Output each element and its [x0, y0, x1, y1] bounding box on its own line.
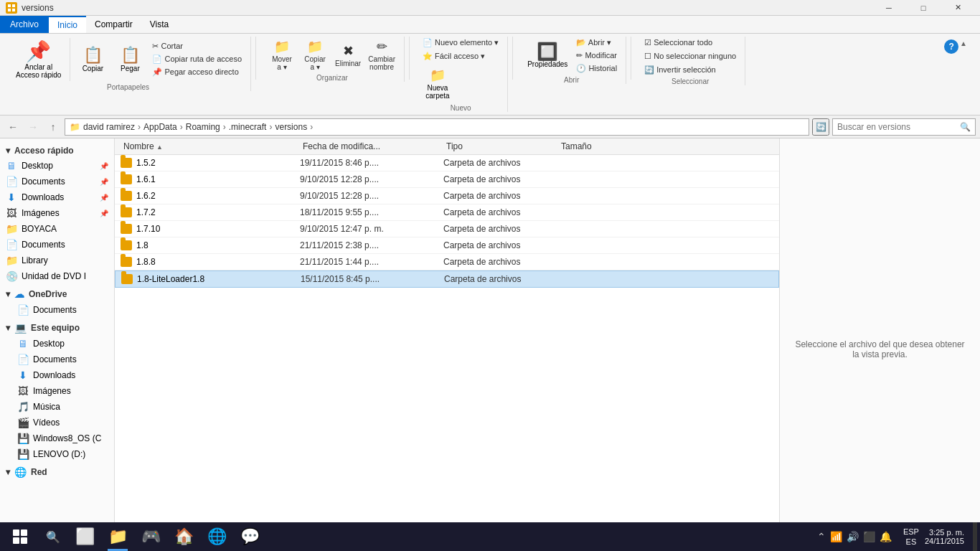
taskbar-clock[interactable]: 3:25 p. m. 24/11/2015: [925, 528, 964, 545]
col-name-header[interactable]: Nombre ▲: [121, 141, 300, 151]
back-button[interactable]: ←: [4, 118, 22, 136]
facil-acceso-button[interactable]: ⭐ Fácil acceso ▾: [420, 50, 501, 62]
cambiar-nombre-button[interactable]: ✏ Cambiarnombre: [365, 37, 398, 72]
taskbar-explorer[interactable]: 📁: [102, 522, 133, 551]
help-button[interactable]: ?: [944, 39, 958, 54]
start-button[interactable]: [3, 522, 37, 551]
propiedades-button[interactable]: 🔲 Propiedades: [523, 40, 572, 71]
sidebar-item-desktop-quick[interactable]: 🖥 Desktop 📌: [0, 158, 114, 174]
portapapeles-items: 📌 Anclar alAcceso rápido 📋 Copiar 📋 Pega…: [11, 37, 245, 82]
sidebar-item-dvd[interactable]: 💿 Unidad de DVD I: [0, 268, 114, 284]
seleccionar-todo-button[interactable]: ☑ Seleccionar todo: [641, 37, 739, 49]
sidebar-item-boyaca[interactable]: 📁 BOYACA: [0, 221, 114, 237]
window-controls[interactable]: ─ □ ✕: [872, 0, 974, 16]
taskbar: 🔍 ⬜ 📁 🎮 🏠 🌐 💬 ⌃ 📶 🔊 ⬛ 🔔 ESPES 3:25 p. m.…: [0, 522, 980, 551]
tab-vista[interactable]: Vista: [141, 16, 177, 33]
col-size-header[interactable]: Tamaño: [558, 141, 630, 151]
forward-button[interactable]: →: [24, 118, 42, 136]
sidebar-item-images-quick[interactable]: 🖼 Imágenes 📌: [0, 205, 114, 221]
taskbar-search-button[interactable]: 🔍: [39, 522, 67, 551]
network-tray-icon[interactable]: 📶: [830, 531, 842, 542]
tab-archivo[interactable]: Archivo: [0, 16, 49, 33]
pegar-button[interactable]: 📋 Pegar: [112, 43, 148, 75]
onedrive-header[interactable]: ▾ ☁ OneDrive: [0, 284, 114, 302]
sidebar-item-windows-drive[interactable]: 💾 Windows8_OS (C: [0, 430, 114, 446]
nueva-carpeta-button[interactable]: 📁 Nuevacarpeta: [420, 64, 456, 103]
path-versions[interactable]: versions: [275, 122, 307, 132]
table-row[interactable]: 1.6.1 9/10/2015 12:28 p.... Carpeta de a…: [115, 171, 779, 188]
col-type-header[interactable]: Tipo: [443, 141, 558, 151]
copiar-ruta-button[interactable]: 📄 Copiar ruta de acceso: [149, 53, 245, 65]
volume-icon[interactable]: 🔊: [847, 531, 859, 542]
table-row[interactable]: 1.5.2 19/11/2015 8:46 p.... Carpeta de a…: [115, 155, 779, 171]
address-path[interactable]: 📁 david ramirez › AppData › Roaming › .m…: [65, 118, 809, 136]
boyaca-icon: 📁: [6, 223, 17, 235]
sidebar-item-desktop-equipo[interactable]: 🖥 Desktop: [0, 336, 114, 352]
downloads-icon-quick: ⬇: [6, 192, 17, 203]
show-desktop-button[interactable]: [973, 522, 977, 551]
sidebar-item-docs2[interactable]: 📄 Documents: [0, 237, 114, 253]
table-row[interactable]: 1.8 21/11/2015 2:38 p.... Carpeta de arc…: [115, 237, 779, 254]
taskbar-xbox[interactable]: 🎮: [135, 522, 166, 551]
ribbon-collapse-button[interactable]: ▲: [958, 39, 969, 47]
maximize-button[interactable]: □: [907, 0, 940, 16]
language-indicator[interactable]: ESPES: [903, 527, 919, 547]
table-row[interactable]: 1.8-LiteLoader1.8 15/11/2015 8:45 p.... …: [115, 270, 779, 288]
taskbar-home[interactable]: 🏠: [168, 522, 199, 551]
este-equipo-header[interactable]: ▾ 💻 Este equipo: [0, 318, 114, 336]
quick-access-header[interactable]: ▾ Acceso rápido: [0, 141, 114, 158]
computer-icon: 💻: [14, 322, 27, 334]
invertir-button[interactable]: 🔄 Invertir selección: [641, 64, 739, 76]
cortar-button[interactable]: ✂ Cortar: [149, 40, 245, 52]
sidebar-item-docs-quick[interactable]: 📄 Documents 📌: [0, 174, 114, 189]
historial-button[interactable]: 🕐 Historial: [573, 62, 620, 75]
taskbar-task-view[interactable]: ⬜: [69, 522, 100, 551]
refresh-button[interactable]: 🔄: [812, 118, 829, 136]
red-header[interactable]: ▾ 🌐 Red: [0, 462, 114, 480]
no-seleccionar-button[interactable]: ☐ No seleccionar ninguno: [641, 50, 739, 62]
minimize-button[interactable]: ─: [872, 0, 905, 16]
onedrive-docs-label: Documents: [33, 305, 77, 315]
sidebar-item-library[interactable]: 📁 Library: [0, 253, 114, 268]
search-box[interactable]: 🔍: [832, 118, 976, 136]
sidebar-item-onedrive-docs[interactable]: 📄 Documents: [0, 302, 114, 318]
eliminar-button[interactable]: ✖ Eliminar: [332, 41, 364, 69]
copiar-button[interactable]: 📋 Copiar: [75, 43, 110, 75]
file-date-cell: 21/11/2015 2:38 p....: [300, 240, 443, 250]
path-minecraft[interactable]: .minecraft: [229, 122, 267, 132]
path-roaming[interactable]: Roaming: [186, 122, 220, 132]
table-row[interactable]: 1.7.10 9/10/2015 12:47 p. m. Carpeta de …: [115, 221, 779, 237]
col-date-header[interactable]: Fecha de modifica...: [300, 141, 443, 151]
taskbar-chrome[interactable]: 🌐: [201, 522, 232, 551]
sidebar-item-docs-equipo[interactable]: 📄 Documents: [0, 352, 114, 367]
sidebar-item-downloads-equipo[interactable]: ⬇ Downloads: [0, 367, 114, 383]
abrir-button[interactable]: 📂 Abrir ▾: [573, 37, 620, 49]
pin-downloads: 📌: [100, 194, 108, 202]
sidebar-item-images-equipo[interactable]: 🖼 Imágenes: [0, 383, 114, 399]
chevron-up-icon[interactable]: ⌃: [817, 531, 826, 542]
sidebar-item-music-equipo[interactable]: 🎵 Música: [0, 399, 114, 415]
sidebar-item-downloads-quick[interactable]: ⬇ Downloads 📌: [0, 189, 114, 205]
copiar-a-button[interactable]: 📁 Copiara ▾: [299, 37, 331, 72]
mover-button[interactable]: 📁 Movera ▾: [266, 37, 298, 72]
path-user[interactable]: david ramirez: [83, 122, 135, 132]
search-icon: 🔍: [960, 122, 971, 132]
up-button[interactable]: ↑: [44, 118, 62, 136]
tab-compartir[interactable]: Compartir: [86, 16, 141, 33]
sidebar-item-videos-equipo[interactable]: 🎬 Vídeos: [0, 415, 114, 430]
pegar-acceso-button[interactable]: 📌 Pegar acceso directo: [149, 66, 245, 78]
notification-icon[interactable]: 🔔: [880, 531, 892, 542]
sidebar-item-lenovo-drive[interactable]: 💾 LENOVO (D:): [0, 446, 114, 462]
tab-inicio[interactable]: Inicio: [49, 16, 86, 33]
table-row[interactable]: 1.6.2 9/10/2015 12:28 p.... Carpeta de a…: [115, 188, 779, 204]
taskbar-skype[interactable]: 💬: [234, 522, 265, 551]
path-appdata[interactable]: AppData: [143, 122, 177, 132]
close-button[interactable]: ✕: [941, 0, 974, 16]
nuevo-elemento-button[interactable]: 📄 Nuevo elemento ▾: [420, 37, 501, 49]
table-row[interactable]: 1.7.2 18/11/2015 9:55 p.... Carpeta de a…: [115, 204, 779, 221]
anclar-button[interactable]: 📌 Anclar alAcceso rápido: [11, 37, 65, 82]
onedrive-arrow: ▾: [6, 289, 10, 299]
modificar-button[interactable]: ✏ Modificar: [573, 50, 620, 62]
table-row[interactable]: 1.8.8 21/11/2015 1:44 p.... Carpeta de a…: [115, 254, 779, 270]
search-input[interactable]: [837, 122, 957, 132]
